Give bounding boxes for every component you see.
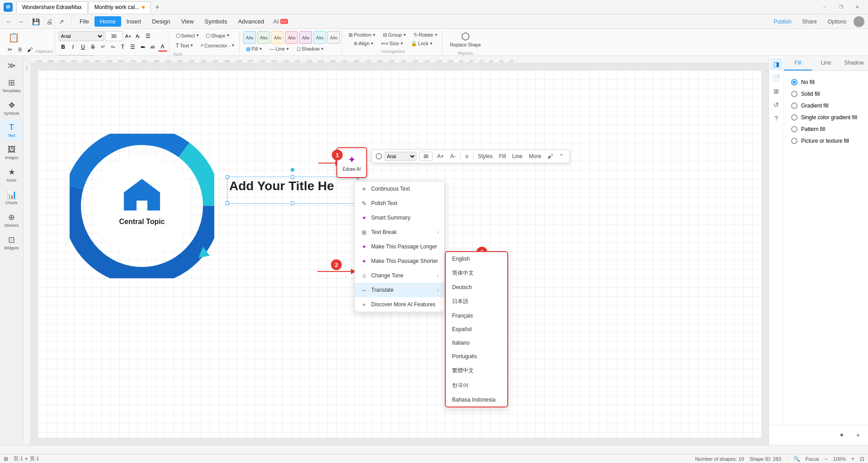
solid-fill-radio[interactable] [791, 91, 797, 97]
subscript-button[interactable]: X₂ [108, 42, 118, 51]
fmt-line-btn[interactable]: Line [510, 152, 524, 160]
menu-view[interactable]: View [176, 16, 199, 27]
canvas[interactable]: Central Topic Add Your T [38, 70, 761, 438]
shape-button[interactable]: ⬡ Shape ▼ [203, 31, 233, 40]
tab-monthly[interactable]: Monthly work cal... [89, 1, 151, 13]
fmt-decrease-btn[interactable]: A- [448, 152, 458, 160]
italic-button[interactable]: I [69, 42, 78, 51]
gradient-fill-radio[interactable] [791, 103, 797, 109]
canvas-container[interactable]: Central Topic Add Your T [31, 63, 769, 445]
single-gradient-radio[interactable] [791, 114, 797, 121]
cm-text-break[interactable]: ⊞ Text Break › [355, 225, 444, 239]
no-fill-radio[interactable] [791, 79, 797, 85]
strikethrough-button[interactable]: S [89, 42, 98, 51]
menu-ai[interactable]: AI hot [269, 16, 291, 27]
pattern-fill-radio[interactable] [791, 126, 797, 132]
rotate-button[interactable]: ↻Rotate▼ [411, 31, 440, 39]
handle-tl[interactable] [226, 175, 229, 179]
lang-portuguese[interactable]: Português [446, 350, 507, 363]
superscript-button[interactable]: X² [99, 42, 108, 51]
connector-button[interactable]: ↗ Connector - ▼ [197, 42, 237, 50]
sidebar-images-button[interactable]: 🖼 Images [2, 142, 22, 163]
style-6[interactable]: Abc [313, 31, 326, 44]
decrease-font-button[interactable]: A- [134, 32, 143, 41]
lock-button[interactable]: 🔒Lock▼ [408, 40, 436, 47]
style-7[interactable]: Abc [327, 31, 340, 44]
rp-tab-shadow[interactable]: Shadow [840, 56, 868, 70]
cm-longer[interactable]: ✦ Make This Passage Longer [355, 239, 444, 254]
fmt-font-select[interactable]: Arial [385, 152, 416, 161]
zoom-in-btn[interactable]: 🔍 [793, 456, 800, 462]
style-4[interactable]: Abc [285, 31, 298, 44]
restore-button[interactable]: ❐ [834, 3, 848, 12]
cut-button[interactable]: ✂ [5, 45, 14, 54]
fmt-font-size-input[interactable] [419, 152, 433, 161]
plus-btn[interactable]: + [852, 429, 864, 441]
text-format-button[interactable]: T [118, 42, 127, 51]
outdent-button[interactable]: ⬅ [138, 42, 147, 51]
lang-french[interactable]: Français [446, 309, 507, 323]
line-button[interactable]: — Line ▼ [267, 45, 292, 53]
style-3[interactable]: Abc [271, 31, 284, 44]
close-button[interactable]: ✕ [850, 3, 864, 12]
cm-smart-summary[interactable]: ✦ Smart Summary [355, 210, 444, 225]
fmt-more-btn[interactable]: More [527, 152, 543, 160]
font-family-select[interactable]: Arial [59, 31, 104, 41]
align-btn[interactable]: ⊜Align▼ [351, 40, 377, 47]
sidebar-expand-button[interactable]: ≫ [2, 58, 22, 73]
sidebar-templates-button[interactable]: ⊞ Templates [2, 75, 22, 96]
fill-single-gradient[interactable]: Single color gradient fill [789, 112, 863, 123]
panel-table-icon-btn[interactable]: ⊞ [770, 85, 783, 98]
list-button[interactable]: ☰ [128, 42, 137, 51]
replace-shape-button[interactable]: ⬡ Replace Shape [446, 29, 484, 49]
style-5[interactable]: Abc [299, 31, 312, 44]
publish-button[interactable]: Publish [770, 17, 795, 27]
select-button[interactable]: ⬡ Select ▼ [173, 31, 203, 40]
fill-gradient[interactable]: Gradient fill [789, 100, 863, 112]
sidebar-text-button[interactable]: T Text [2, 120, 22, 140]
sparkle-btn[interactable]: ✦ [835, 429, 848, 441]
fill-button[interactable]: ▦ Fill ▼ [243, 45, 265, 53]
fmt-fill-btn[interactable]: Fill [497, 152, 508, 160]
fit-btn[interactable]: ⊡ [860, 456, 864, 462]
font-color-button[interactable]: A [158, 42, 167, 51]
lang-simplified-chinese[interactable]: 简体中文 [446, 266, 507, 281]
lang-italian[interactable]: Italiano [446, 336, 507, 350]
handle-t[interactable] [291, 175, 294, 179]
fmt-increase-btn[interactable]: A+ [435, 152, 446, 160]
sidebar-stickers-button[interactable]: ⊕ Stickers [2, 210, 22, 230]
fmt-format-painter[interactable]: 🖌 [546, 152, 555, 160]
lang-korean[interactable]: 한국어 [446, 378, 507, 393]
rotate-handle[interactable] [291, 168, 294, 172]
panel-help-icon-btn[interactable]: ? [770, 112, 783, 125]
handle-bl[interactable] [226, 201, 229, 205]
sidebar-symbols-button[interactable]: ❖ Symbols [2, 98, 22, 118]
menu-file[interactable]: File [74, 16, 94, 27]
panel-doc-icon-btn[interactable]: 📄 [770, 71, 783, 84]
add-tab-button[interactable]: + [151, 1, 163, 13]
sidebar-icons-button[interactable]: ★ Icons [2, 164, 22, 185]
menu-insert[interactable]: Insert [121, 16, 147, 27]
fill-solid[interactable]: Solid fill [789, 88, 863, 100]
redo-button[interactable]: → [15, 17, 26, 27]
lang-japanese[interactable]: 日本語 [446, 294, 507, 309]
fmt-align-btn[interactable]: ≡ [463, 152, 470, 160]
lang-english[interactable]: English [446, 252, 507, 266]
export-button[interactable]: ↗ [57, 17, 66, 27]
cm-polish-text[interactable]: ✎ Polish Text [355, 196, 444, 210]
undo-button[interactable]: ← [4, 17, 14, 27]
cm-discover[interactable]: + Discover More AI Features [355, 297, 444, 312]
print-button[interactable]: 🖨 [44, 17, 55, 27]
format-painter-button[interactable]: 🖌 [25, 45, 34, 54]
share-button[interactable]: Share [799, 17, 821, 27]
font-case-button[interactable]: ab [148, 42, 157, 51]
panel-history-icon-btn[interactable]: ↺ [770, 98, 783, 111]
fill-picture[interactable]: Picture or texture fill [789, 135, 863, 147]
position-button[interactable]: ⊞Position▼ [346, 31, 378, 39]
align-button[interactable]: ☰ [144, 32, 153, 41]
lang-spanish[interactable]: Español [446, 323, 507, 336]
copy-button[interactable]: ⎘ [15, 45, 24, 54]
statusbar-layers-btn[interactable]: ⊞ [4, 456, 8, 462]
cm-change-tone[interactable]: ♫ Change Tone › [355, 268, 444, 283]
panel-fill-icon-btn[interactable]: ◨ [770, 58, 783, 70]
